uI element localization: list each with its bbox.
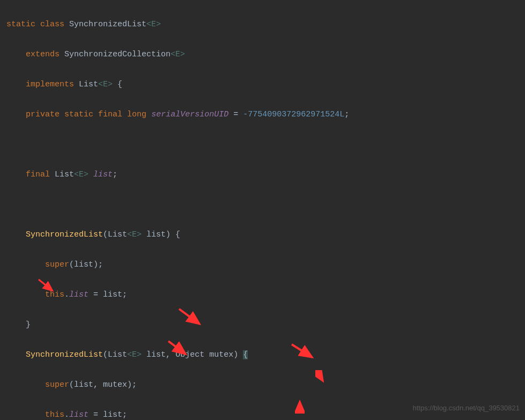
code-line — [6, 197, 525, 212]
code-line: super(list); — [6, 257, 525, 272]
code-line: extends SynchronizedCollection<E> — [6, 47, 525, 62]
code-line: super(list, mutex); — [6, 378, 525, 393]
code-line: SynchronizedList(List<E> list) { — [6, 227, 525, 242]
watermark-text: https://blog.csdn.net/qq_39530821 — [413, 401, 520, 416]
code-line: SynchronizedList(List<E> list, Object mu… — [6, 348, 525, 363]
code-line — [6, 137, 525, 152]
code-line: } — [6, 318, 525, 333]
code-editor[interactable]: static class SynchronizedList<E> extends… — [0, 0, 525, 420]
code-line: static class SynchronizedList<E> — [6, 17, 525, 32]
code-line: implements List<E> { — [6, 77, 525, 92]
code-line: final List<E> list; — [6, 167, 525, 182]
code-line: this.list = list; — [6, 288, 525, 303]
code-line: private static final long serialVersionU… — [6, 107, 525, 122]
